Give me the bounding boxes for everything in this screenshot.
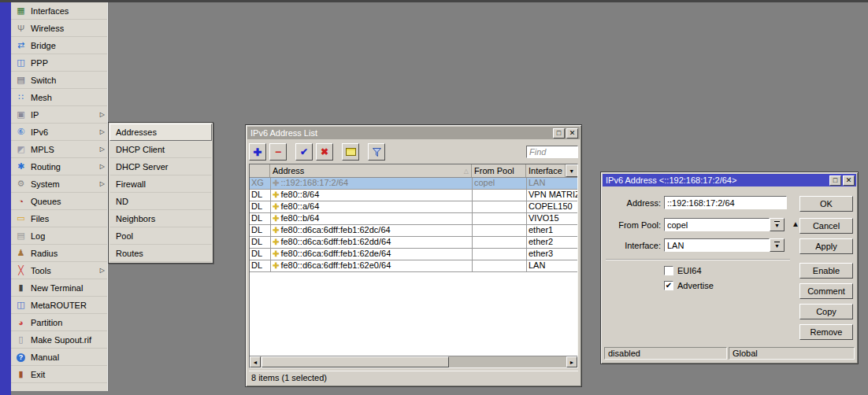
sidebar-item-make-supout[interactable]: ▯ Make Supout.rif	[11, 331, 107, 349]
remove-button[interactable]: Remove	[799, 324, 853, 340]
metarouter-icon: ◫	[15, 300, 27, 310]
sidebar-item-new-terminal[interactable]: ▮ New Terminal	[11, 279, 107, 297]
address-icon: ✚	[273, 190, 279, 199]
row-interface: ether1	[526, 225, 577, 236]
maximize-icon[interactable]: □	[829, 175, 841, 186]
sidebar-item-radius[interactable]: ♟ Radius	[11, 245, 107, 262]
sidebar-item-wireless[interactable]: Ψ Wireless	[11, 20, 107, 37]
row-flags: DL	[250, 237, 270, 248]
horizontal-scrollbar[interactable]: ◄ ►	[250, 356, 577, 367]
sidebar-item-mesh[interactable]: ∷ Mesh	[11, 89, 107, 106]
remove-button[interactable]: −	[269, 143, 287, 161]
sidebar-item-label: Interfaces	[31, 6, 69, 16]
find-input[interactable]	[526, 146, 578, 158]
files-icon: ▭	[15, 213, 27, 223]
submenu-item-firewall[interactable]: Firewall	[109, 175, 212, 193]
sidebar-item-exit[interactable]: ▮ Exit	[11, 366, 107, 383]
from-pool-field[interactable]	[664, 218, 770, 231]
submenu-item-addresses[interactable]: Addresses	[109, 124, 212, 141]
dialog-titlebar[interactable]: IPv6 Address <::192:168:17:2/64> □ ✕	[603, 174, 856, 186]
filter-button[interactable]	[368, 143, 385, 161]
advertise-checkbox-row[interactable]: ✔ Advertise	[664, 280, 714, 291]
sidebar-item-bridge[interactable]: ⇄ Bridge	[11, 37, 107, 54]
scrollbar-thumb[interactable]	[262, 356, 449, 367]
column-chooser-button[interactable]: ▼	[566, 164, 578, 177]
address-field[interactable]	[664, 196, 787, 209]
dialog-status-state: disabled	[604, 347, 727, 360]
eui64-checkbox-row[interactable]: EUI64	[664, 265, 702, 276]
table-row[interactable]: DL ✚fe80::a/64 COPEL150	[250, 201, 577, 213]
sidebar-item-partition[interactable]: ◕ Partition	[11, 314, 107, 331]
cancel-button[interactable]: Cancel	[799, 218, 853, 234]
sidebar-item-routing[interactable]: ✱ Routing ▷	[11, 158, 107, 175]
sidebar-item-queues[interactable]: ◔ Queues	[11, 193, 107, 210]
sidebar-item-label: System	[31, 179, 60, 189]
sidebar-item-system[interactable]: ⚙ System ▷	[11, 175, 107, 193]
system-icon: ⚙	[15, 179, 27, 189]
scroll-left-icon[interactable]: ◄	[250, 356, 261, 367]
table-row[interactable]: DL ✚fe80::d6ca:6dff:feb1:62de/64 ether3	[250, 249, 577, 260]
comment-button[interactable]	[342, 143, 359, 161]
sidebar-item-label: Radius	[31, 249, 57, 258]
submenu-item-pool[interactable]: Pool	[109, 227, 212, 245]
submenu-item-label: Firewall	[116, 179, 146, 189]
copy-button[interactable]: Copy	[799, 304, 853, 319]
sidebar-item-ip[interactable]: ▣ IP ▷	[11, 106, 107, 124]
table-row[interactable]: DL ✚fe80::d6ca:6dff:feb1:62dc/64 ether1	[250, 225, 577, 237]
sidebar-item-mpls[interactable]: ◩ MPLS ▷	[11, 141, 107, 158]
submenu-item-routes[interactable]: Routes	[109, 245, 212, 262]
ipv6-address-list-window: IPv6 Address List □ ✕ ✚ − ✔ ✖	[245, 124, 582, 387]
sidebar-item-manual[interactable]: ? Manual	[11, 349, 107, 366]
submenu-item-dhcp-client[interactable]: DHCP Client	[109, 141, 212, 158]
scrollbar-track[interactable]	[449, 356, 566, 367]
column-header-from-pool[interactable]: From Pool	[472, 164, 526, 177]
submenu-item-neighbors[interactable]: Neighbors	[109, 210, 212, 227]
row-address-cell: ✚fe80::d6ca:6dff:feb1:62dd/64	[270, 237, 472, 248]
sidebar-item-label: Make Supout.rif	[31, 335, 91, 345]
column-header-flags[interactable]	[250, 164, 270, 177]
apply-button[interactable]: Apply	[799, 238, 853, 254]
sidebar-item-files[interactable]: ▭ Files	[11, 210, 107, 227]
advertise-checkbox[interactable]: ✔	[664, 281, 673, 290]
add-button[interactable]: ✚	[249, 143, 266, 161]
table-row[interactable]: DL ✚fe80::b/64 VIVO15	[250, 213, 577, 225]
sidebar-item-metarouter[interactable]: ◫ MetaROUTER	[11, 297, 107, 314]
table-row[interactable]: DL ✚fe80::8/64 VPN MATRIZ	[250, 190, 577, 201]
column-header-address[interactable]: Address △	[270, 164, 472, 177]
sidebar-item-switch[interactable]: ▤ Switch	[11, 72, 107, 89]
ok-button[interactable]: OK	[799, 196, 853, 212]
sidebar-item-ipv6[interactable]: ⑥ IPv6 ▷	[11, 124, 107, 141]
row-from-pool	[472, 237, 526, 248]
submenu-item-label: ND	[116, 197, 128, 206]
sidebar-item-log[interactable]: ▤ Log	[11, 227, 107, 245]
collapse-up-icon[interactable]: ▲	[792, 220, 799, 228]
sort-ascending-icon: △	[464, 168, 469, 175]
close-icon[interactable]: ✕	[843, 175, 855, 186]
table-row[interactable]: XG ✚::192:168:17:2/64 copel LAN	[250, 178, 577, 190]
list-window-titlebar[interactable]: IPv6 Address List □ ✕	[247, 127, 580, 139]
row-address-cell: ✚fe80::8/64	[270, 190, 472, 201]
close-icon[interactable]: ✕	[566, 128, 578, 138]
column-header-interface[interactable]: Interface	[526, 164, 566, 177]
sidebar-item-label: IPv6	[31, 127, 48, 137]
bridge-icon: ⇄	[15, 40, 27, 50]
sidebar-item-ppp[interactable]: ◫ PPP	[11, 54, 107, 72]
sidebar-item-interfaces[interactable]: ▦ Interfaces	[11, 2, 107, 20]
from-pool-dropdown-button[interactable]: ▼	[770, 218, 785, 231]
disable-button[interactable]: ✖	[316, 143, 333, 161]
table-row[interactable]: DL ✚fe80::d6ca:6dff:feb1:62dd/64 ether2	[250, 237, 577, 249]
enable-button[interactable]: ✔	[295, 143, 313, 161]
interface-field[interactable]	[664, 238, 770, 252]
sidebar-item-tools[interactable]: ╳ Tools ▷	[11, 262, 107, 279]
submenu-item-nd[interactable]: ND	[109, 193, 212, 210]
table-row[interactable]: DL ✚fe80::d6ca:6dff:feb1:62e0/64 LAN	[250, 260, 577, 272]
sidebar-item-label: Exit	[31, 370, 45, 379]
submenu-item-dhcp-server[interactable]: DHCP Server	[109, 158, 212, 175]
column-label: Interface	[529, 166, 562, 175]
maximize-icon[interactable]: □	[553, 128, 565, 138]
comment-button[interactable]: Comment	[799, 283, 853, 299]
enable-button[interactable]: Enable	[799, 263, 853, 279]
eui64-checkbox[interactable]	[664, 266, 673, 275]
interface-dropdown-button[interactable]: ▼	[770, 238, 785, 252]
scroll-right-icon[interactable]: ►	[566, 356, 577, 367]
